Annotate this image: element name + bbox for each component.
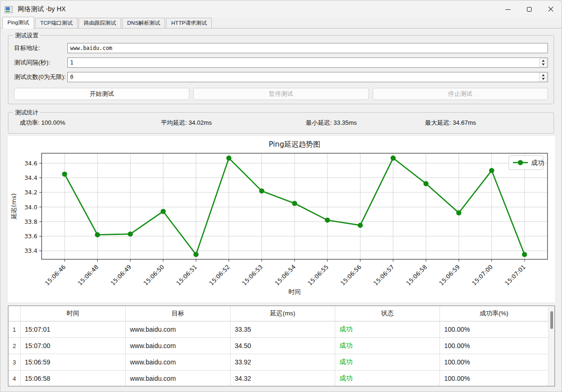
close-button[interactable]: [540, 0, 562, 18]
table-header-row: 时间 目标 延迟(ms) 状态 成功率(%): [8, 306, 548, 321]
svg-text:15:07:00: 15:07:00: [470, 263, 494, 286]
count-label: 测试次数(0为无限):: [14, 73, 67, 81]
test-stats-group: 测试统计 成功率: 100.00% 平均延迟: 34.02ms 最小延迟: 33…: [8, 112, 554, 134]
delay-cell: 33.35: [231, 321, 335, 338]
target-cell: www.baidu.com: [126, 321, 231, 338]
svg-text:33.6: 33.6: [24, 233, 37, 240]
svg-text:15:06:58: 15:06:58: [405, 263, 428, 286]
arrow-up-icon: [542, 74, 545, 76]
svg-text:33.4: 33.4: [24, 247, 37, 254]
table-body: 115:07:01www.baidu.com33.35成功100.00%215:…: [8, 321, 548, 386]
target-address-input[interactable]: www.baidu.com: [67, 43, 548, 53]
app-icon: [5, 6, 13, 13]
table-row[interactable]: 315:06:59www.baidu.com33.92成功100.00%: [8, 354, 548, 371]
header-time: 时间: [21, 306, 126, 321]
status-cell: 成功: [335, 354, 440, 371]
avg-delay-stat: 平均延迟: 34.02ms: [161, 119, 212, 127]
svg-text:时间: 时间: [288, 288, 301, 295]
svg-text:15:06:48: 15:06:48: [76, 263, 100, 286]
svg-text:15:06:57: 15:06:57: [372, 264, 396, 287]
spin-up-button[interactable]: [539, 73, 547, 78]
pause-test-button[interactable]: 暂停测试: [193, 88, 368, 100]
status-cell: 成功: [335, 321, 440, 338]
header-status: 状态: [335, 306, 440, 321]
interval-value: 1: [68, 59, 73, 66]
start-test-button[interactable]: 开始测试: [14, 88, 189, 100]
target-address-label: 目标地址:: [14, 44, 67, 52]
tab-http[interactable]: HTTP请求测试: [166, 18, 212, 29]
time-cell: 15:06:59: [21, 354, 126, 371]
row-number-cell: 3: [8, 354, 21, 371]
min-delay-stat: 最小延迟: 33.35ms: [306, 119, 357, 127]
test-settings-group: 测试设置 目标地址: www.baidu.com 测试间隔(秒): 1 测试次数…: [8, 35, 554, 104]
svg-text:34.2: 34.2: [24, 189, 37, 196]
svg-text:15:06:51: 15:06:51: [175, 264, 198, 287]
stats-row: 成功率: 100.00% 平均延迟: 34.02ms 最小延迟: 33.35ms…: [14, 113, 548, 133]
svg-text:15:06:49: 15:06:49: [109, 263, 133, 286]
tab-bar: Ping测试 TCP端口测试 路由跟踪测试 DNS解析测试 HTTP请求测试: [0, 18, 562, 29]
success-rate-cell: 100.00%: [440, 321, 548, 338]
success-rate-cell: 100.00%: [440, 338, 548, 354]
results-table: 时间 目标 延迟(ms) 状态 成功率(%) 115:07:01www.baid…: [8, 306, 555, 386]
svg-text:15:06:59: 15:06:59: [438, 263, 461, 286]
table-vertical-scrollbar[interactable]: [548, 306, 555, 386]
test-buttons-row: 开始测试 暂停测试 停止测试: [14, 88, 548, 100]
target-cell: www.baidu.com: [126, 354, 231, 371]
app-window: 网络测试 -by HX Ping测试 TCP端口测试 路由跟踪测试 DNS解析测…: [0, 0, 562, 392]
stop-test-button[interactable]: 停止测试: [373, 88, 548, 100]
target-address-value: www.baidu.com: [68, 45, 112, 51]
svg-text:成功: 成功: [531, 159, 544, 166]
header-row-number: [8, 306, 21, 321]
svg-text:延迟(ms): 延迟(ms): [10, 193, 17, 220]
interval-spinbox[interactable]: 1: [67, 57, 548, 68]
time-cell: 15:07:01: [21, 321, 126, 338]
success-rate-cell: 100.00%: [440, 354, 548, 371]
title-bar: 网络测试 -by HX: [0, 0, 562, 18]
success-rate-cell: 100.00%: [440, 371, 548, 386]
table-row[interactable]: 415:06:58www.baidu.com34.32成功100.00%: [8, 371, 548, 386]
tab-dns[interactable]: DNS解析测试: [122, 18, 165, 29]
interval-row: 测试间隔(秒): 1: [14, 57, 548, 68]
table-row[interactable]: 215:07:00www.baidu.com34.50成功100.00%: [8, 338, 548, 354]
count-spinbox[interactable]: 0: [67, 72, 548, 82]
chart-canvas: 33.433.633.834.034.234.434.615:06:4615:0…: [8, 136, 555, 302]
svg-text:15:06:55: 15:06:55: [306, 264, 330, 287]
delay-cell: 33.92: [231, 354, 335, 371]
count-row: 测试次数(0为无限): 0: [14, 72, 548, 82]
minimize-button[interactable]: [497, 0, 519, 18]
tab-traceroute[interactable]: 路由跟踪测试: [79, 18, 121, 29]
maximize-button[interactable]: [519, 0, 540, 18]
row-number-cell: 4: [8, 371, 21, 386]
svg-text:34.0: 34.0: [24, 204, 37, 211]
status-cell: 成功: [335, 371, 440, 386]
spin-down-button[interactable]: [539, 63, 547, 67]
spin-up-button[interactable]: [539, 58, 547, 63]
tab-tcp-port[interactable]: TCP端口测试: [35, 18, 78, 29]
scrollbar-thumb[interactable]: [550, 311, 553, 329]
success-rate-stat: 成功率: 100.00%: [20, 119, 65, 127]
spin-down-button[interactable]: [539, 78, 547, 82]
delay-cell: 34.32: [231, 371, 335, 386]
count-spin-buttons: [539, 73, 547, 81]
arrow-down-icon: [542, 64, 545, 65]
close-icon: [548, 7, 554, 12]
header-target: 目标: [126, 306, 231, 321]
delay-cell: 34.50: [231, 338, 335, 354]
svg-text:15:06:53: 15:06:53: [241, 264, 264, 287]
row-number-cell: 1: [8, 321, 21, 338]
tab-ping[interactable]: Ping测试: [2, 17, 34, 29]
count-value: 0: [68, 74, 73, 80]
svg-text:15:06:50: 15:06:50: [142, 263, 166, 286]
target-cell: www.baidu.com: [126, 338, 231, 354]
svg-text:15:06:52: 15:06:52: [208, 264, 231, 287]
svg-text:15:06:56: 15:06:56: [339, 263, 362, 286]
interval-spin-buttons: [539, 58, 547, 67]
interval-label: 测试间隔(秒):: [14, 58, 67, 67]
arrow-down-icon: [542, 78, 545, 80]
table-row[interactable]: 115:07:01www.baidu.com33.35成功100.00%: [8, 321, 548, 338]
header-delay: 延迟(ms): [231, 306, 335, 321]
row-number-cell: 2: [8, 338, 21, 354]
svg-text:15:07:01: 15:07:01: [504, 264, 527, 287]
time-cell: 15:07:00: [21, 338, 126, 354]
target-address-row: 目标地址: www.baidu.com: [14, 43, 548, 53]
